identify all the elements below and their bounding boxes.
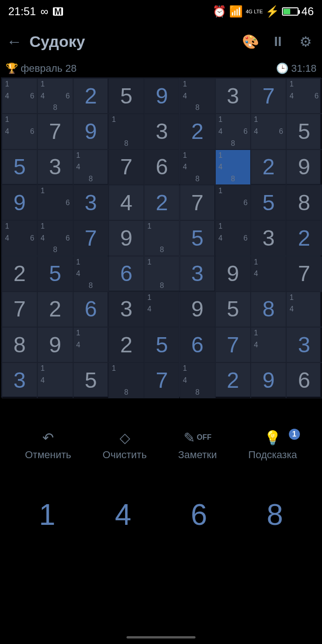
cell-r4-c6[interactable]: 146	[215, 220, 251, 256]
cell-r5-c2[interactable]: 148	[73, 256, 109, 292]
cell-r4-c2[interactable]: 7	[73, 220, 109, 256]
cell-r3-c3[interactable]: 4	[109, 185, 144, 220]
cell-r7-c6[interactable]: 7	[215, 327, 251, 362]
numpad-1[interactable]: 1	[39, 498, 56, 532]
cell-r8-c2[interactable]: 5	[73, 362, 109, 398]
numpad-6[interactable]: 6	[191, 498, 207, 532]
cell-r6-c3[interactable]: 3	[109, 292, 144, 327]
candidate-8: 8	[89, 282, 93, 289]
cell-r5-c8[interactable]: 7	[286, 256, 322, 292]
cell-r6-c5[interactable]: 9	[180, 292, 215, 327]
cell-r0-c0[interactable]: 146	[2, 78, 37, 114]
cell-r2-c6[interactable]: 148	[215, 150, 251, 185]
cell-r1-c4[interactable]: 3	[144, 114, 179, 149]
cell-r6-c0[interactable]: 7	[2, 292, 37, 327]
cell-r8-c4[interactable]: 7	[144, 362, 179, 398]
cell-r2-c7[interactable]: 2	[251, 150, 286, 185]
cell-r6-c7[interactable]: 8	[251, 292, 286, 327]
cell-r6-c8[interactable]: 14	[286, 292, 322, 327]
cell-r7-c8[interactable]: 3	[286, 327, 322, 362]
cell-r0-c8[interactable]: 146	[286, 78, 322, 114]
cell-r8-c1[interactable]: 14	[37, 362, 73, 398]
cell-r5-c1[interactable]: 5	[37, 256, 73, 292]
cell-r1-c2[interactable]: 9	[73, 114, 109, 149]
cell-r0-c3[interactable]: 5	[109, 78, 144, 114]
cell-r4-c4[interactable]: 18	[144, 220, 179, 256]
cell-r1-c8[interactable]: 5	[286, 114, 322, 149]
cell-r8-c8[interactable]: 6	[286, 362, 322, 398]
undo-button[interactable]: ↶ Отменить	[25, 430, 71, 461]
cell-r4-c1[interactable]: 1468	[37, 220, 73, 256]
cell-r8-c0[interactable]: 3	[2, 362, 37, 398]
cell-r5-c5[interactable]: 3	[180, 256, 215, 292]
candidate-8: 8	[231, 175, 235, 183]
cell-r2-c4[interactable]: 6	[144, 150, 179, 185]
eraser-icon: ◇	[120, 430, 130, 445]
erase-button[interactable]: ◇ Очистить	[103, 430, 147, 461]
cell-r1-c1[interactable]: 7	[37, 114, 73, 149]
pause-button[interactable]: II	[268, 34, 288, 49]
cell-r3-c6[interactable]: 16	[215, 185, 251, 220]
cell-r3-c7[interactable]: 5	[251, 185, 286, 220]
sudoku-board[interactable]: 1461468259148371461467918321468146553148…	[1, 77, 321, 397]
numpad-8[interactable]: 8	[267, 498, 283, 532]
cell-r0-c2[interactable]: 2	[73, 78, 109, 114]
cell-r3-c0[interactable]: 9	[2, 185, 37, 220]
cell-r7-c0[interactable]: 8	[2, 327, 37, 362]
cell-r7-c2[interactable]: 14	[73, 327, 109, 362]
cell-r6-c2[interactable]: 6	[73, 292, 109, 327]
cell-r2-c1[interactable]: 3	[37, 150, 73, 185]
cell-r4-c3[interactable]: 9	[109, 220, 144, 256]
cell-r4-c8[interactable]: 2	[286, 220, 322, 256]
cell-r2-c5[interactable]: 148	[180, 150, 215, 185]
back-button[interactable]: ←	[6, 33, 22, 51]
cell-r8-c6[interactable]: 2	[215, 362, 251, 398]
cell-r2-c8[interactable]: 9	[286, 150, 322, 185]
candidate-6: 6	[30, 92, 34, 100]
cell-r3-c8[interactable]: 8	[286, 185, 322, 220]
numpad-4[interactable]: 4	[115, 498, 132, 532]
cell-r1-c7[interactable]: 146	[251, 114, 286, 149]
cell-r6-c4[interactable]: 14	[144, 292, 179, 327]
cell-r5-c3[interactable]: 6	[109, 256, 144, 292]
hint-button[interactable]: 💡 1 Подсказка	[248, 430, 297, 461]
cell-r3-c2[interactable]: 3	[73, 185, 109, 220]
cell-r2-c0[interactable]: 5	[2, 150, 37, 185]
cell-r0-c1[interactable]: 1468	[37, 78, 73, 114]
candidate-4: 4	[289, 305, 293, 313]
cell-r6-c6[interactable]: 5	[215, 292, 251, 327]
cell-r3-c4[interactable]: 2	[144, 185, 179, 220]
cell-r4-c0[interactable]: 146	[2, 220, 37, 256]
cell-r1-c6[interactable]: 1468	[215, 114, 251, 149]
cell-r1-c5[interactable]: 2	[180, 114, 215, 149]
cell-r4-c7[interactable]: 3	[251, 220, 286, 256]
theme-button[interactable]: 🎨	[240, 34, 260, 50]
cell-r7-c1[interactable]: 9	[37, 327, 73, 362]
cell-r2-c2[interactable]: 148	[73, 150, 109, 185]
cell-r1-c3[interactable]: 18	[109, 114, 144, 149]
cell-r7-c4[interactable]: 5	[144, 327, 179, 362]
cell-r7-c5[interactable]: 6	[180, 327, 215, 362]
cell-r0-c7[interactable]: 7	[251, 78, 286, 114]
home-indicator[interactable]	[126, 636, 196, 638]
notes-button[interactable]: ✎OFF Заметки	[178, 430, 217, 461]
cell-r1-c0[interactable]: 146	[2, 114, 37, 149]
cell-r5-c6[interactable]: 9	[215, 256, 251, 292]
cell-r4-c5[interactable]: 5	[180, 220, 215, 256]
cell-r0-c4[interactable]: 9	[144, 78, 179, 114]
cell-r3-c5[interactable]: 7	[180, 185, 215, 220]
cell-r5-c4[interactable]: 18	[144, 256, 179, 292]
settings-button[interactable]: ⚙	[295, 34, 316, 50]
cell-r7-c3[interactable]: 2	[109, 327, 144, 362]
cell-r0-c6[interactable]: 3	[215, 78, 251, 114]
cell-r7-c7[interactable]: 14	[251, 327, 286, 362]
cell-r2-c3[interactable]: 7	[109, 150, 144, 185]
cell-r8-c7[interactable]: 9	[251, 362, 286, 398]
cell-r8-c5[interactable]: 148	[180, 362, 215, 398]
cell-r5-c0[interactable]: 2	[2, 256, 37, 292]
cell-r3-c1[interactable]: 16	[37, 185, 73, 220]
cell-r8-c3[interactable]: 18	[109, 362, 144, 398]
cell-r0-c5[interactable]: 148	[180, 78, 215, 114]
cell-r5-c7[interactable]: 14	[251, 256, 286, 292]
cell-r6-c1[interactable]: 2	[37, 292, 73, 327]
